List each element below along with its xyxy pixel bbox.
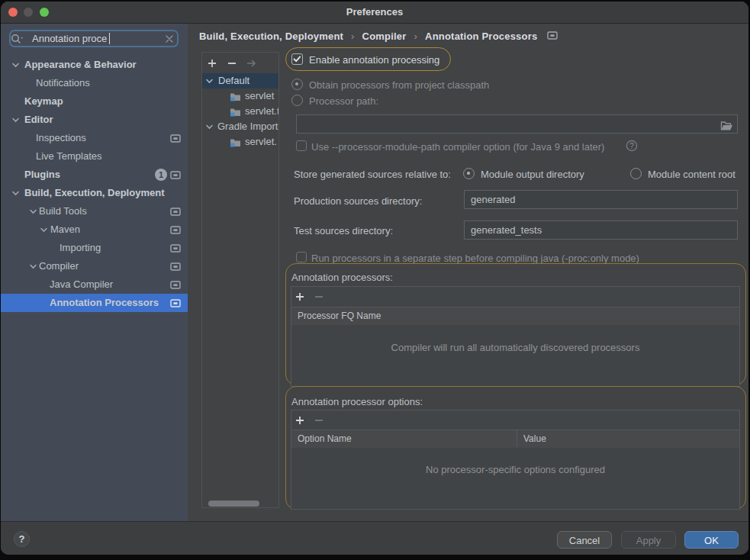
svg-text:?: ?: [629, 142, 634, 150]
